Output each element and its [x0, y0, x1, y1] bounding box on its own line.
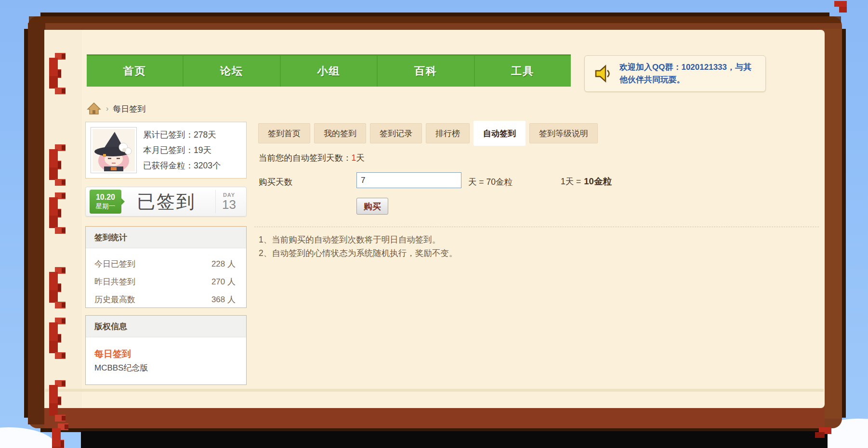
breadcrumb: › 每日签到	[87, 102, 145, 115]
unit-price: 1天 =10金粒	[561, 175, 612, 187]
statistics-title: 签到统计	[86, 227, 246, 248]
signin-status-text: 已签到	[137, 190, 196, 214]
gold-earned: 已获得金粒：3203个	[143, 158, 221, 173]
current-days-value: 1	[352, 153, 356, 163]
tab-signin-home[interactable]: 签到首页	[258, 123, 310, 143]
user-stats-card: 累计已签到：278天 本月已签到：19天 已获得金粒：3203个	[85, 122, 247, 179]
nav-item-home[interactable]: 首页	[87, 56, 184, 87]
speaker-icon	[592, 63, 614, 84]
total-signin-days: 累计已签到：278天	[143, 127, 221, 142]
copyright-title: 版权信息	[86, 316, 246, 337]
qq-group-notice: 欢迎加入QQ群：1020121333，与其 他伙伴共同玩耍。	[584, 55, 766, 92]
tab-leaderboard[interactable]: 排行榜	[426, 123, 470, 143]
tab-signin-records[interactable]: 签到记录	[370, 123, 422, 143]
signin-status-card: 10.20 星期一 已签到 DAY 13	[85, 187, 247, 217]
rate-text: 天 = 70金粒	[468, 176, 513, 188]
avatar[interactable]	[91, 127, 137, 173]
tab-my-signin[interactable]: 我的签到	[314, 123, 366, 143]
signin-statistics-card: 签到统计 今日已签到228 人 昨日共签到270 人 历史最高数368 人	[85, 226, 247, 308]
ground-strip	[81, 431, 828, 448]
stat-row-today: 今日已签到228 人	[94, 255, 236, 273]
day-number: 13	[216, 198, 242, 211]
month-signin-days: 本月已签到：19天	[143, 142, 221, 158]
date-badge: 10.20 星期一	[90, 190, 121, 214]
nav-item-wiki[interactable]: 百科	[378, 56, 474, 87]
witch-girl-avatar	[92, 129, 135, 171]
signin-tabs: 签到首页 我的签到 签到记录 排行榜 自动签到 签到等级说明	[258, 121, 598, 146]
minecraft-signin-page: 首页 论坛 小组 百科 工具 欢迎加入QQ群：1020121333，与其 他伙伴…	[0, 0, 868, 448]
stat-row-record: 历史最高数368 人	[94, 291, 236, 308]
buy-days-label: 购买天数	[259, 176, 292, 188]
nav-item-tools[interactable]: 工具	[475, 56, 571, 87]
current-auto-days: 当前您的自动签到天数：1天	[259, 152, 365, 164]
copyright-card: 版权信息 每日签到 MCBBS纪念版	[85, 315, 247, 385]
unit-price-value: 10金粒	[584, 176, 612, 186]
buy-button[interactable]: 购买	[356, 198, 388, 215]
note-1: 1、当前购买的自动签到次数将于明日自动签到。	[259, 233, 457, 246]
nav-item-forum[interactable]: 论坛	[184, 56, 280, 87]
stat-row-yesterday: 昨日共签到270 人	[94, 273, 236, 291]
note-2: 2、自动签到的心情状态为系统随机执行，奖励不变。	[259, 246, 457, 260]
day-counter: DAY 13	[215, 190, 242, 213]
breadcrumb-separator: ›	[106, 104, 108, 113]
notice-text: 欢迎加入QQ群：1020121333，与其 他伙伴共同玩耍。	[619, 61, 751, 86]
tab-level-guide[interactable]: 签到等级说明	[529, 123, 598, 143]
date-value: 10.20	[90, 192, 121, 202]
buy-days-input[interactable]	[356, 172, 461, 188]
main-nav: 首页 论坛 小组 百科 工具	[87, 54, 571, 87]
book-bottom-band	[44, 407, 825, 428]
breadcrumb-current: 每日签到	[113, 103, 145, 115]
book-spine	[28, 23, 45, 424]
tab-auto-signin[interactable]: 自动签到	[473, 121, 526, 146]
auto-signin-notes: 1、当前购买的自动签到次数将于明日自动签到。 2、自动签到的心情状态为系统随机执…	[259, 233, 457, 260]
dashed-divider	[254, 227, 819, 227]
nav-item-groups[interactable]: 小组	[281, 56, 378, 87]
app-name[interactable]: 每日签到	[94, 347, 237, 361]
app-edition: MCBBS纪念版	[94, 361, 237, 375]
weekday-value: 星期一	[90, 202, 121, 211]
home-icon[interactable]	[87, 102, 101, 115]
